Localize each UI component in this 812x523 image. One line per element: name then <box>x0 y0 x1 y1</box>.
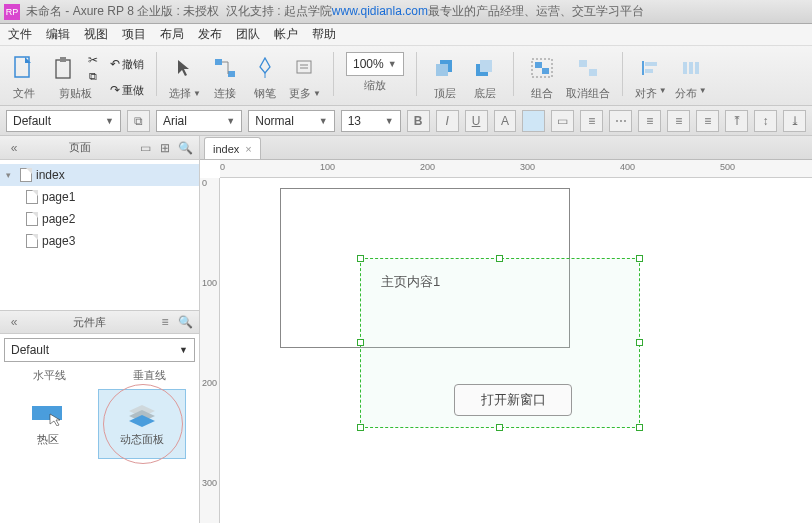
undo-button[interactable]: ↶撤销 <box>110 52 144 76</box>
ruler-vertical: 0 100 200 300 <box>200 178 220 523</box>
widget-hotspot[interactable]: 热区 <box>4 389 92 459</box>
paste-button[interactable] <box>48 52 80 84</box>
style-manager-button[interactable]: ⧉ <box>127 110 150 132</box>
border-color-button[interactable]: ▭ <box>551 110 574 132</box>
svg-rect-2 <box>60 57 66 62</box>
italic-button[interactable]: I <box>436 110 459 132</box>
page-row-index[interactable]: ▾index <box>0 164 199 186</box>
canvas[interactable]: 主页内容1 打开新窗口 <box>220 178 812 523</box>
align-button[interactable] <box>635 52 667 84</box>
lib-menu-icon[interactable]: ≡ <box>157 314 173 330</box>
bold-button[interactable]: B <box>407 110 430 132</box>
fill-color-button[interactable] <box>522 110 545 132</box>
search-icon[interactable]: 🔍 <box>177 140 193 156</box>
canvas-area: index× 0 100 200 300 400 500 0 100 200 3… <box>200 136 812 523</box>
menu-project[interactable]: 项目 <box>122 26 146 43</box>
menu-team[interactable]: 团队 <box>236 26 260 43</box>
menu-layout[interactable]: 布局 <box>160 26 184 43</box>
redo-button[interactable]: ↷重做 <box>110 78 144 102</box>
weight-combo[interactable]: Normal▼ <box>248 110 334 132</box>
support-prefix: 汉化支持 : 起点学院 <box>226 4 332 18</box>
distribute-button[interactable] <box>675 52 707 84</box>
type-vertical[interactable]: 垂直线 <box>133 368 166 383</box>
tab-row: index× <box>200 136 812 160</box>
page-row-page2[interactable]: page2 <box>0 208 199 230</box>
library-set-combo[interactable]: Default▼ <box>4 338 195 362</box>
connect-button[interactable] <box>209 52 241 84</box>
resize-handle[interactable] <box>496 255 503 262</box>
style-bar: Default▼ ⧉ Arial▼ Normal▼ 13▼ B I U A ▭ … <box>0 106 812 136</box>
menu-publish[interactable]: 发布 <box>198 26 222 43</box>
pen-button[interactable] <box>249 52 281 84</box>
resize-handle[interactable] <box>636 255 643 262</box>
page-row-page1[interactable]: page1 <box>0 186 199 208</box>
page-row-page3[interactable]: page3 <box>0 230 199 252</box>
menu-file[interactable]: 文件 <box>8 26 32 43</box>
svg-rect-21 <box>683 62 687 74</box>
resize-handle[interactable] <box>496 424 503 431</box>
resize-handle[interactable] <box>357 339 364 346</box>
group-back: 底层 <box>469 52 501 101</box>
toolbar: 文件 ✂ ⧉ 剪贴板 ↶撤销 ↷重做 选择▼ 连接 钢笔 更多▼ 100% <box>0 46 812 106</box>
search-icon[interactable]: 🔍 <box>177 314 193 330</box>
add-page-icon[interactable]: ▭ <box>137 140 153 156</box>
group-button[interactable] <box>526 52 558 84</box>
svg-rect-20 <box>645 69 653 73</box>
valign-top-button[interactable]: ⤒ <box>725 110 748 132</box>
collapse-icon[interactable]: « <box>6 314 22 330</box>
valign-mid-button[interactable]: ↕ <box>754 110 777 132</box>
support-link[interactable]: www.qidianla.com <box>332 4 428 18</box>
svg-rect-22 <box>689 62 693 74</box>
new-file-button[interactable] <box>8 52 40 84</box>
underline-button[interactable]: U <box>465 110 488 132</box>
collapse-icon[interactable]: « <box>6 140 22 156</box>
widget-label: 热区 <box>37 432 59 447</box>
bring-front-button[interactable] <box>429 52 461 84</box>
zoom-combo[interactable]: 100% ▼ <box>346 52 404 76</box>
svg-rect-4 <box>228 71 235 77</box>
resize-handle[interactable] <box>357 424 364 431</box>
align-right-button[interactable]: ≡ <box>696 110 719 132</box>
font-combo[interactable]: Arial▼ <box>156 110 242 132</box>
text-color-button[interactable]: A <box>494 110 517 132</box>
cut-button[interactable]: ✂ <box>84 53 102 67</box>
align-center-button[interactable]: ≡ <box>667 110 690 132</box>
group-clipboard: ✂ ⧉ 剪贴板 <box>48 52 102 101</box>
page-icon <box>26 234 38 248</box>
group-distribute: 分布▼ <box>675 52 707 101</box>
svg-rect-14 <box>535 62 542 68</box>
tab-index[interactable]: index× <box>204 137 261 159</box>
menu-help[interactable]: 帮助 <box>312 26 336 43</box>
add-folder-icon[interactable]: ⊞ <box>157 140 173 156</box>
open-window-button[interactable]: 打开新窗口 <box>454 384 572 416</box>
resize-handle[interactable] <box>636 424 643 431</box>
valign-bot-button[interactable]: ⤓ <box>783 110 806 132</box>
distribute-label: 分布 <box>675 86 697 101</box>
select-arrow-icon[interactable]: ▼ <box>193 89 201 98</box>
menu-bar: 文件 编辑 视图 项目 布局 发布 团队 帐户 帮助 <box>0 24 812 46</box>
ruler-horizontal: 0 100 200 300 400 500 <box>220 160 812 178</box>
resize-handle[interactable] <box>636 339 643 346</box>
border-width-button[interactable]: ≡ <box>580 110 603 132</box>
size-combo[interactable]: 13▼ <box>341 110 401 132</box>
library-types: 水平线 垂直线 <box>0 366 199 385</box>
select-button[interactable] <box>169 52 201 84</box>
type-horizontal[interactable]: 水平线 <box>33 368 66 383</box>
style-combo[interactable]: Default▼ <box>6 110 121 132</box>
border-style-button[interactable]: ⋯ <box>609 110 632 132</box>
menu-account[interactable]: 帐户 <box>274 26 298 43</box>
menu-view[interactable]: 视图 <box>84 26 108 43</box>
widget-dynamic-panel[interactable]: 动态面板 <box>98 389 186 459</box>
svg-rect-15 <box>542 68 549 74</box>
back-label: 底层 <box>474 86 496 101</box>
file-label: 文件 <box>13 86 35 101</box>
align-left-button[interactable]: ≡ <box>638 110 661 132</box>
ungroup-button[interactable] <box>572 52 604 84</box>
more-button[interactable] <box>289 52 321 84</box>
resize-handle[interactable] <box>357 255 364 262</box>
copy-button[interactable]: ⧉ <box>84 69 102 83</box>
svg-rect-10 <box>436 64 448 76</box>
send-back-button[interactable] <box>469 52 501 84</box>
menu-edit[interactable]: 编辑 <box>46 26 70 43</box>
close-icon[interactable]: × <box>245 143 251 155</box>
